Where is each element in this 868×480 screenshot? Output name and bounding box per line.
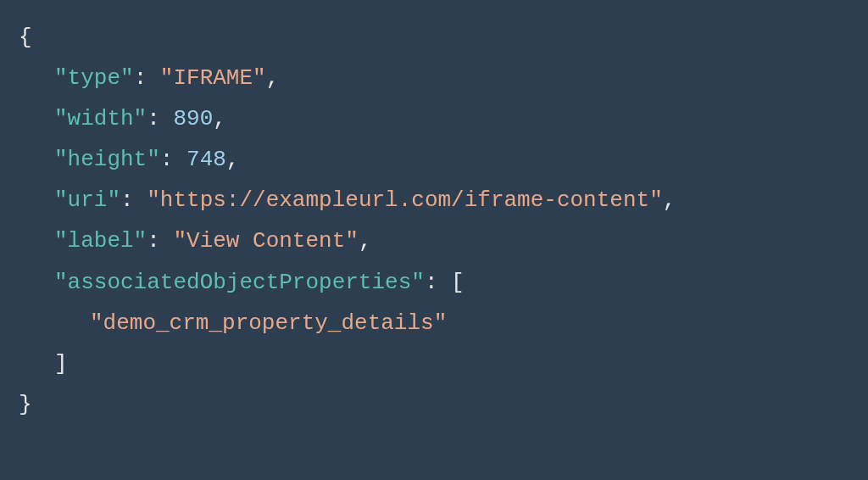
json-key-height: "height" xyxy=(54,147,160,172)
json-value-height: 748 xyxy=(186,147,226,172)
colon: : xyxy=(147,228,173,254)
colon: : xyxy=(425,270,451,295)
json-key-uri: "uri" xyxy=(54,187,120,213)
code-block: {"type": "IFRAME","width": 890,"height":… xyxy=(19,17,849,425)
open-bracket: [ xyxy=(451,270,465,295)
comma: , xyxy=(213,106,226,131)
json-key-assoc: "associatedObjectProperties" xyxy=(54,270,425,295)
json-key-label: "label" xyxy=(54,228,147,254)
json-value-width: 890 xyxy=(173,106,213,131)
comma: , xyxy=(266,65,280,91)
close-brace: } xyxy=(19,392,32,417)
json-value-label: "View Content" xyxy=(173,228,358,254)
comma: , xyxy=(663,187,676,213)
json-key-type: "type" xyxy=(54,65,134,91)
json-value-type: "IFRAME" xyxy=(160,65,266,91)
json-key-width: "width" xyxy=(54,106,147,131)
close-bracket: ] xyxy=(54,351,68,377)
colon: : xyxy=(120,187,147,213)
colon: : xyxy=(160,147,186,172)
colon: : xyxy=(134,65,160,91)
json-value-uri: "https://exampleurl.com/iframe-content" xyxy=(147,187,663,213)
comma: , xyxy=(359,228,372,254)
colon: : xyxy=(147,106,173,131)
open-brace: { xyxy=(19,25,32,50)
json-array-item: "demo_crm_property_details" xyxy=(90,310,447,336)
comma: , xyxy=(226,147,240,172)
